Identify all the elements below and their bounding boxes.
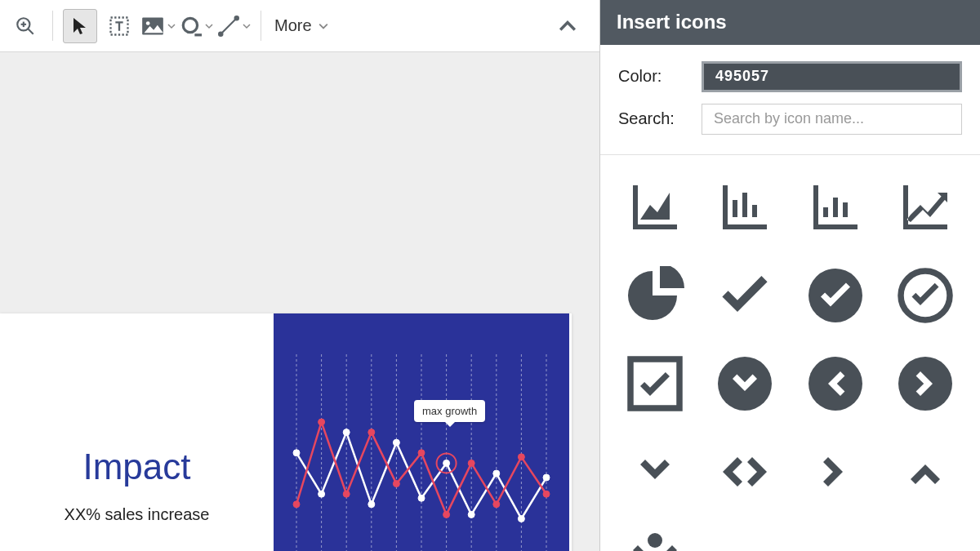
svg-point-6: [146, 21, 150, 25]
svg-point-42: [493, 501, 500, 508]
shape-tool[interactable]: [180, 16, 213, 37]
textbox-tool[interactable]: [102, 9, 136, 43]
search-label: Search:: [618, 109, 690, 128]
person-arms-icon[interactable]: [618, 519, 692, 551]
panel-title: Insert icons: [600, 0, 980, 45]
svg-point-11: [235, 16, 238, 20]
slide-chart[interactable]: max growth: [274, 313, 569, 551]
svg-point-36: [343, 491, 350, 497]
slide-subtitle[interactable]: XX% sales increase: [65, 505, 210, 524]
editor-pane: More Impact XX% sales increase: [0, 0, 600, 551]
svg-point-35: [318, 419, 325, 425]
svg-point-41: [468, 460, 474, 466]
svg-point-52: [648, 533, 662, 548]
chevron-circle-right-icon[interactable]: [889, 343, 962, 424]
slide-title[interactable]: Impact: [82, 447, 190, 487]
svg-line-9: [220, 18, 237, 34]
svg-point-43: [518, 454, 524, 460]
svg-point-44: [543, 491, 550, 497]
bar-chart-alt-icon[interactable]: [799, 167, 872, 248]
svg-point-23: [293, 450, 300, 456]
image-tool[interactable]: [141, 16, 176, 36]
check-icon[interactable]: [708, 255, 782, 336]
insert-icons-panel: Insert icons Color: Search:: [600, 0, 980, 551]
icon-grid: [600, 155, 980, 551]
chart-tooltip: max growth: [414, 400, 485, 422]
svg-point-30: [468, 511, 474, 518]
svg-point-24: [318, 491, 325, 497]
area-chart-icon[interactable]: [618, 167, 692, 248]
chevron-right-icon[interactable]: [799, 431, 872, 513]
svg-point-31: [493, 470, 500, 477]
svg-point-25: [343, 429, 350, 436]
line-chart-up-icon[interactable]: [889, 167, 962, 248]
more-menu[interactable]: More: [266, 16, 336, 35]
svg-point-32: [518, 515, 524, 522]
slide[interactable]: Impact XX% sales increase max growth: [0, 313, 572, 551]
collapse-toolbar-button[interactable]: [539, 17, 596, 35]
color-input[interactable]: [702, 61, 962, 92]
chevron-circle-left-icon[interactable]: [799, 343, 872, 424]
svg-point-27: [393, 439, 399, 446]
svg-point-28: [418, 495, 425, 501]
svg-point-39: [418, 450, 425, 456]
color-label: Color:: [618, 67, 690, 86]
line-tool[interactable]: [218, 16, 251, 37]
check-square-icon[interactable]: [618, 343, 692, 424]
svg-point-37: [368, 429, 375, 436]
chevron-up-icon[interactable]: [889, 431, 962, 513]
svg-point-7: [183, 18, 197, 32]
search-input[interactable]: [702, 104, 962, 135]
toolbar: More: [0, 0, 599, 52]
svg-point-29: [443, 460, 450, 466]
chevron-down-icon[interactable]: [618, 431, 692, 513]
svg-point-40: [443, 511, 450, 518]
chevron-circle-down-icon[interactable]: [708, 343, 782, 424]
check-circle-outline-icon[interactable]: [889, 255, 962, 336]
svg-point-10: [219, 32, 222, 35]
svg-line-1: [28, 29, 33, 34]
more-label: More: [274, 16, 312, 35]
check-circle-solid-icon[interactable]: [799, 255, 872, 336]
zoom-in-button[interactable]: [8, 9, 42, 43]
bar-chart-icon[interactable]: [708, 167, 782, 248]
svg-point-26: [368, 501, 375, 508]
svg-point-33: [543, 474, 550, 481]
chevron-left-right-icon[interactable]: [708, 431, 782, 513]
pie-chart-icon[interactable]: [618, 255, 692, 336]
pointer-tool[interactable]: [63, 9, 97, 43]
svg-point-38: [393, 481, 399, 487]
svg-point-34: [293, 501, 300, 508]
canvas[interactable]: Impact XX% sales increase max growth: [0, 52, 599, 551]
